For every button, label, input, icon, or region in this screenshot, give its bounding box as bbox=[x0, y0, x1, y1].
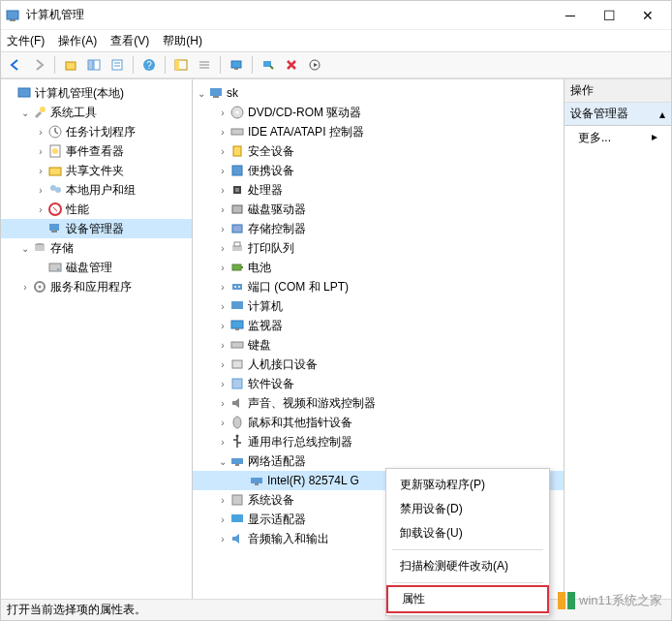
tree-item[interactable]: ›计算机 bbox=[193, 296, 564, 316]
twist-icon[interactable]: › bbox=[216, 495, 229, 506]
actions-more[interactable]: 更多... ▸ bbox=[565, 126, 671, 150]
up-button[interactable] bbox=[60, 54, 81, 76]
twist-icon[interactable]: › bbox=[216, 185, 229, 196]
twist-icon[interactable]: ⌄ bbox=[195, 88, 208, 99]
twist-icon[interactable]: › bbox=[216, 166, 229, 176]
list-button[interactable] bbox=[194, 54, 215, 76]
enable-button[interactable] bbox=[304, 54, 325, 76]
twist-icon[interactable]: › bbox=[216, 534, 229, 544]
twist-icon[interactable]: › bbox=[18, 282, 32, 293]
actions-section[interactable]: 设备管理器 ▴ bbox=[565, 103, 671, 126]
tree-item[interactable]: ›磁盘驱动器 bbox=[193, 200, 564, 219]
twist-icon[interactable]: › bbox=[216, 340, 229, 351]
tree-item[interactable]: ›监视器 bbox=[193, 316, 564, 335]
tree-item[interactable]: 计算机管理(本地) bbox=[1, 83, 192, 103]
ctx-disable-device[interactable]: 禁用设备(D) bbox=[386, 497, 549, 521]
twist-icon[interactable]: › bbox=[216, 418, 229, 428]
left-tree[interactable]: 计算机管理(本地)⌄系统工具›任务计划程序›事件查看器›共享文件夹›本地用户和组… bbox=[1, 79, 193, 599]
tree-item[interactable]: ›电池 bbox=[193, 258, 564, 277]
twist-icon[interactable]: › bbox=[216, 204, 229, 215]
minimize-button[interactable]: ─ bbox=[551, 1, 590, 30]
remove-button[interactable] bbox=[281, 54, 302, 76]
twist-icon[interactable]: › bbox=[216, 301, 229, 312]
close-button[interactable]: ✕ bbox=[628, 1, 667, 30]
tree-item[interactable]: 设备管理器 bbox=[1, 219, 192, 238]
svg-rect-42 bbox=[233, 146, 241, 156]
tree-item[interactable]: ›人机接口设备 bbox=[193, 355, 564, 374]
tree-item[interactable]: ›声音、视频和游戏控制器 bbox=[193, 393, 564, 413]
twist-icon[interactable]: ⌄ bbox=[18, 108, 32, 118]
tree-label: 处理器 bbox=[248, 182, 560, 199]
twist-icon[interactable]: › bbox=[34, 146, 47, 157]
tree-item[interactable]: ›性能 bbox=[1, 200, 192, 219]
scan-button[interactable] bbox=[258, 54, 279, 76]
show-hide-button[interactable] bbox=[83, 54, 105, 76]
svg-rect-3 bbox=[88, 60, 93, 70]
tree-item[interactable]: ⌄系统工具 bbox=[1, 103, 192, 122]
twist-icon[interactable]: › bbox=[34, 185, 47, 196]
twist-icon[interactable]: › bbox=[216, 108, 229, 118]
tree-item[interactable]: ›端口 (COM 和 LPT) bbox=[193, 277, 564, 296]
twist-icon[interactable]: ⌄ bbox=[216, 456, 229, 467]
tree-item[interactable]: 磁盘管理 bbox=[1, 258, 192, 277]
twist-icon[interactable]: › bbox=[216, 359, 229, 370]
tree-item[interactable]: ›DVD/CD-ROM 驱动器 bbox=[193, 103, 564, 122]
tree-item[interactable]: ›键盘 bbox=[193, 335, 564, 355]
forward-button[interactable] bbox=[28, 54, 49, 76]
ctx-uninstall-device[interactable]: 卸载设备(U) bbox=[386, 521, 549, 545]
svg-line-28 bbox=[53, 207, 57, 211]
tree-item[interactable]: ›鼠标和其他指针设备 bbox=[193, 413, 564, 432]
twist-icon[interactable]: › bbox=[216, 437, 229, 448]
properties-button[interactable] bbox=[107, 54, 128, 76]
twist-icon[interactable]: ⌄ bbox=[18, 243, 32, 254]
twist-icon[interactable]: › bbox=[216, 146, 229, 157]
twist-icon[interactable]: › bbox=[216, 224, 229, 234]
menu-view[interactable]: 查看(V) bbox=[110, 33, 149, 49]
twist-icon[interactable]: › bbox=[216, 379, 229, 389]
tree-item[interactable]: ›通用串行总线控制器 bbox=[193, 432, 564, 451]
twist-icon[interactable]: › bbox=[216, 321, 229, 331]
tree-item[interactable]: ›便携设备 bbox=[193, 161, 564, 180]
tree-item[interactable]: ›存储控制器 bbox=[193, 219, 564, 238]
ctx-scan-hardware[interactable]: 扫描检测硬件改动(A) bbox=[386, 554, 549, 578]
tree-item[interactable]: ›IDE ATA/ATAPI 控制器 bbox=[193, 122, 564, 141]
soft-icon bbox=[229, 376, 245, 391]
tree-item[interactable]: ›事件查看器 bbox=[1, 141, 192, 161]
tree-item[interactable]: ›安全设备 bbox=[193, 141, 564, 161]
tree-item[interactable]: ›服务和应用程序 bbox=[1, 277, 192, 296]
twist-icon[interactable]: › bbox=[216, 127, 229, 138]
menu-action[interactable]: 操作(A) bbox=[58, 33, 97, 49]
ctx-update-driver[interactable]: 更新驱动程序(P) bbox=[386, 473, 549, 497]
maximize-button[interactable]: ☐ bbox=[590, 1, 628, 30]
menu-file[interactable]: 文件(F) bbox=[7, 33, 45, 49]
tree-label: 计算机 bbox=[248, 298, 560, 315]
twist-icon[interactable]: › bbox=[34, 166, 47, 176]
twist-icon[interactable]: › bbox=[216, 514, 229, 525]
twist-icon[interactable]: › bbox=[216, 263, 229, 273]
tree-item[interactable]: ›打印队列 bbox=[193, 238, 564, 258]
help-button[interactable]: ? bbox=[138, 54, 160, 76]
stor-icon bbox=[229, 221, 245, 236]
twist-icon[interactable]: › bbox=[216, 282, 229, 293]
svg-rect-59 bbox=[232, 360, 242, 368]
twist-icon[interactable]: › bbox=[34, 127, 47, 138]
twist-icon[interactable]: › bbox=[216, 243, 229, 254]
ctx-properties[interactable]: 属性 bbox=[386, 585, 549, 613]
com-icon bbox=[229, 279, 245, 295]
tree-item[interactable]: ›软件设备 bbox=[193, 374, 564, 393]
monitor-button[interactable] bbox=[226, 54, 247, 76]
back-button[interactable] bbox=[5, 54, 26, 76]
tree-item[interactable]: ›本地用户和组 bbox=[1, 180, 192, 200]
tree-label: 键盘 bbox=[248, 337, 560, 354]
twist-icon[interactable]: › bbox=[216, 398, 229, 409]
tree-item[interactable]: ›任务计划程序 bbox=[1, 122, 192, 141]
tree-item[interactable]: ⌄存储 bbox=[1, 238, 192, 258]
tree-item[interactable]: ›处理器 bbox=[193, 180, 564, 200]
menu-help[interactable]: 帮助(H) bbox=[163, 33, 202, 49]
pane-button[interactable] bbox=[170, 54, 192, 76]
twist-icon[interactable]: › bbox=[34, 204, 47, 215]
tree-item[interactable]: ›共享文件夹 bbox=[1, 161, 192, 180]
svg-rect-38 bbox=[213, 96, 219, 98]
svg-point-53 bbox=[234, 286, 236, 288]
tree-item[interactable]: ⌄sk bbox=[193, 83, 564, 103]
